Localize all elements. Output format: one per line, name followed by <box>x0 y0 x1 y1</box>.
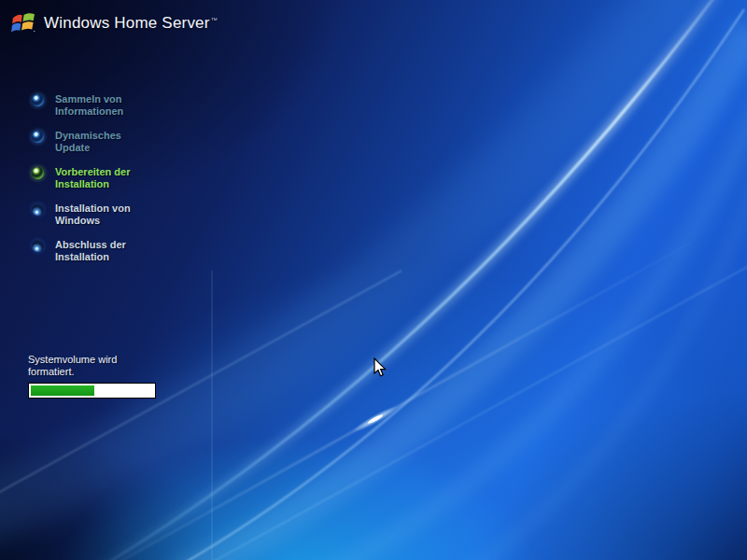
setup-screen: Windows Home Server™ Sammeln von Informa… <box>0 0 747 560</box>
trademark-symbol: ™ <box>211 17 218 23</box>
step-label: Vorbereiten der Installation <box>55 166 131 190</box>
status-text: Systemvolume wird formatiert. <box>28 354 117 378</box>
progress-fill <box>31 385 94 396</box>
step-status-orb-icon <box>32 94 44 106</box>
step-status-orb-icon <box>32 203 44 216</box>
step-label: Dynamisches Update <box>55 130 121 154</box>
logo-text: Windows Home Server™ <box>44 14 218 33</box>
step-preparing-installation: Vorbereiten der Installation <box>32 166 209 190</box>
step-status-orb-icon <box>32 131 44 143</box>
step-dynamic-update: Dynamisches Update <box>32 130 209 154</box>
step-status-orb-icon <box>32 240 44 252</box>
mouse-cursor-icon <box>374 357 387 378</box>
windows-home-server-logo: Windows Home Server™ <box>9 10 218 36</box>
step-status-orb-icon <box>32 167 44 179</box>
step-label: Installation von Windows <box>55 203 131 227</box>
windows-flag-icon <box>9 10 37 36</box>
step-label: Sammeln von Informationen <box>55 93 123 118</box>
step-installing-windows: Installation von Windows <box>32 203 209 227</box>
format-progress-bar <box>28 383 156 399</box>
step-collecting-information: Sammeln von Informationen <box>32 93 209 118</box>
step-label: Abschluss der Installation <box>55 239 126 263</box>
step-finalizing-installation: Abschluss der Installation <box>32 239 209 263</box>
